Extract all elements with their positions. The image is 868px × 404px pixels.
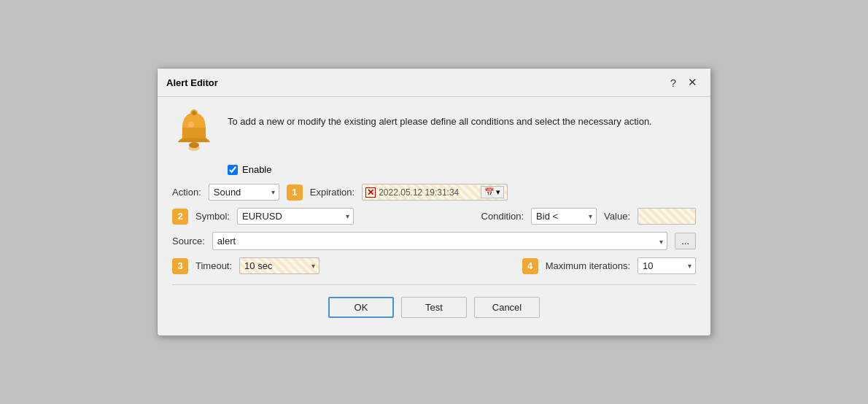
browse-button[interactable]: ...	[675, 233, 696, 249]
info-row: To add a new or modify the existing aler…	[172, 109, 696, 152]
svg-point-4	[188, 122, 194, 128]
bell-icon	[172, 109, 216, 152]
expiration-label: Expiration:	[310, 187, 354, 198]
test-button[interactable]: Test	[401, 297, 467, 318]
expiration-value: 2022.05.12 19:31:34	[379, 187, 478, 198]
dialog-title-group: Alert Editor	[166, 77, 218, 88]
timeout-select[interactable]: 10 sec 30 sec 1 min 5 min	[239, 257, 319, 274]
calendar-icon: 📅	[484, 187, 495, 197]
title-bar: Alert Editor ? ✕	[158, 69, 710, 97]
symbol-condition-row: 2 Symbol: EURUSD ▾ Condition: Bid < Bid …	[172, 208, 696, 225]
source-row: Source: alert ▾ ...	[172, 232, 696, 250]
symbol-select-wrap: EURUSD ▾	[237, 208, 354, 225]
divider	[172, 284, 696, 285]
timeout-label: Timeout:	[195, 260, 232, 271]
action-select[interactable]: Sound Alert Email Notification	[209, 184, 279, 201]
max-iterations-select[interactable]: 10 5 20 50 100	[638, 257, 696, 274]
close-button[interactable]: ✕	[683, 74, 702, 90]
step-1-badge: 1	[287, 184, 303, 201]
title-buttons: ? ✕	[666, 74, 702, 90]
source-select-wrap: alert ▾	[212, 232, 667, 250]
svg-point-3	[189, 142, 199, 148]
value-input[interactable]	[638, 208, 696, 225]
ok-button[interactable]: OK	[328, 297, 394, 318]
symbol-select[interactable]: EURUSD	[237, 208, 354, 225]
condition-select-wrap: Bid < Bid > Ask < Ask > ▾	[531, 208, 597, 225]
button-row: OK Test Cancel	[172, 292, 696, 324]
enable-label: Enable	[242, 164, 271, 175]
timeout-maxiter-row: 3 Timeout: 10 sec 30 sec 1 min 5 min ▾ 4	[172, 257, 696, 274]
enable-checkbox[interactable]	[228, 165, 238, 175]
max-iterations-label: Maximum iterations:	[546, 260, 630, 271]
action-select-wrap: Sound Alert Email Notification ▾	[209, 184, 279, 201]
expiration-field: ✕ 2022.05.12 19:31:34 📅 ▾	[362, 184, 508, 201]
max-iterations-select-wrap: 10 5 20 50 100 ▾	[638, 257, 696, 274]
step-2-badge: 2	[172, 209, 188, 225]
step-4-badge: 4	[522, 258, 538, 274]
source-select[interactable]: alert	[212, 232, 667, 250]
condition-select[interactable]: Bid < Bid > Ask < Ask >	[531, 208, 597, 225]
symbol-label: Symbol:	[195, 211, 230, 222]
value-label: Value:	[604, 211, 630, 222]
enable-row: Enable	[228, 164, 696, 175]
cancel-button[interactable]: Cancel	[474, 297, 540, 318]
step-3-badge: 3	[172, 258, 188, 274]
expiration-dropdown-arrow: ▾	[496, 187, 500, 197]
help-button[interactable]: ?	[666, 75, 681, 90]
form-section: Action: Sound Alert Email Notification ▾…	[172, 184, 696, 274]
info-text: To add a new or modify the existing aler…	[228, 109, 652, 129]
dialog-title: Alert Editor	[166, 77, 218, 88]
action-expiration-row: Action: Sound Alert Email Notification ▾…	[172, 184, 696, 201]
svg-point-2	[192, 111, 196, 115]
source-label: Source:	[172, 236, 205, 246]
dialog-body: To add a new or modify the existing aler…	[158, 97, 710, 335]
timeout-select-wrap: 10 sec 30 sec 1 min 5 min ▾	[239, 257, 319, 274]
alert-editor-dialog: Alert Editor ? ✕ To add a new or modify …	[157, 68, 711, 336]
condition-label: Condition:	[481, 211, 524, 222]
expiration-calendar-button[interactable]: 📅 ▾	[481, 186, 504, 198]
expiration-x-icon: ✕	[365, 187, 376, 198]
action-label: Action:	[172, 187, 201, 198]
